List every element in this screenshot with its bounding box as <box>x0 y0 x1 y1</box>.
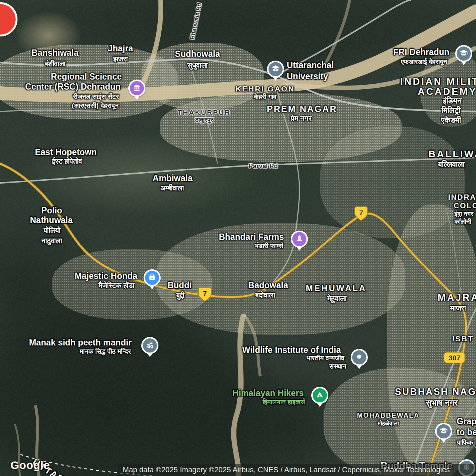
area-label-isbt: ISBT <box>452 334 474 343</box>
area-label-balliwala: BALLIWALA <box>428 148 476 160</box>
poi-label-uttaranchal-line2: University <box>287 71 328 81</box>
poi-label-wildlife-local2: संस्थान <box>329 363 346 370</box>
wildlife-institute-pin[interactable] <box>351 349 368 366</box>
area-label-ima-line4: मिलिट्री <box>442 106 461 115</box>
poi-label-himalayan-hikers-local: हिमालयान हाइकर्स <box>263 398 305 406</box>
generic-red-pin[interactable] <box>0 2 17 36</box>
area-label-ima-line2: ACADEMY <box>418 86 476 97</box>
poi-label-majestic-honda: Majestic Honda <box>75 271 138 281</box>
place-label-ambiwala-local: अम्बीवाला <box>160 184 184 192</box>
area-label-subhash-nagar: SUBHASH NAGAR <box>395 386 476 397</box>
poi-label-uttaranchal-line1: Uttaranchal <box>287 60 334 70</box>
place-label-buddi: Buddi <box>167 280 192 290</box>
area-label-mehuwala: MEHUWALA <box>306 283 366 293</box>
area-label-kehri-gaon: KEHRI GAON <box>235 84 295 93</box>
area-label-prem-nagar: PREM NAGAR <box>267 104 337 114</box>
area-label-majra-local: माजरा <box>450 304 466 312</box>
place-label-badowala: Badowala <box>248 280 288 290</box>
google-logo[interactable]: Google <box>10 459 50 472</box>
poi-label-fri: FRI Dehradun <box>393 47 450 57</box>
place-label-ambiwala: Ambiwala <box>152 173 192 183</box>
rsc-museum-pin[interactable] <box>128 80 145 97</box>
place-label-polio-line4: नाठुवाला <box>41 237 62 245</box>
place-label-jhajra: Jhajra <box>108 44 133 54</box>
shopping-bag-icon <box>148 273 156 283</box>
attribution-text: Map data ©2025 Imagery ©2025 Airbus, CNE… <box>123 466 450 474</box>
route-7-badge: 7 <box>198 287 212 302</box>
place-label-sudhowala: Sudhowala <box>175 49 220 59</box>
route-307-badge: 307 <box>444 352 465 364</box>
route-7-badge: 7 <box>354 206 368 221</box>
place-label-east-hopetown-local: ईस्ट होपेतोवं <box>52 157 82 165</box>
area-label-ima-line3: इंडियन <box>443 96 462 105</box>
area-label-mohabbewala: MOHABBEWALA <box>357 412 419 419</box>
uttaranchal-university-pin[interactable] <box>267 61 284 78</box>
graduation-cap-icon <box>271 64 280 74</box>
road-label-parval-rd: Parval Rd <box>249 163 278 170</box>
bhandari-farms-pin[interactable] <box>291 231 308 248</box>
om-icon: ॐ <box>147 342 153 349</box>
graphic-era-pin[interactable] <box>435 423 452 440</box>
poi-label-graphic-line2: to be <box>457 427 476 437</box>
place-label-polio-line2: Nathuwala <box>30 215 73 225</box>
area-label-indra-nagar-line2: COLONY <box>454 202 476 210</box>
area-label-prem-nagar-local: प्रेम नगर <box>291 114 312 123</box>
fields-patch <box>22 134 260 216</box>
forest-patch <box>0 271 286 476</box>
poi-label-rsc-line2: Center (RSC) Dehradun <box>25 82 121 92</box>
area-label-indra-nagar-line4: कॉलोनी <box>454 218 471 226</box>
museum-icon <box>133 83 141 93</box>
tent-icon <box>316 390 324 400</box>
forest-patch <box>208 361 372 476</box>
place-label-east-hopetown: East Hopetown <box>35 147 97 157</box>
graduation-cap-icon <box>440 427 448 436</box>
graduation-cap-icon <box>460 49 468 58</box>
poi-label-rsc-line4: (आरएससी) देहरादून <box>72 102 119 110</box>
area-label-indra-nagar-line3: इंद्रा नगर <box>454 210 473 218</box>
majestic-honda-pin[interactable] <box>144 269 161 286</box>
place-label-banshiwala-local: बंशीवाला <box>45 60 65 68</box>
poi-label-graphic-line1: Grap <box>457 416 476 427</box>
poi-label-wildlife-local1: भारतीय वन्यजीव <box>306 354 344 362</box>
poi-label-manak-mandir-local: मानक सिद्ध पीठ मन्दिर <box>80 348 131 356</box>
area-label-ima-line5: एकेडमी <box>441 116 461 125</box>
place-label-buddi-local: बुद्दी <box>176 292 184 300</box>
area-label-thakurpur-local: ठाकुरपुर <box>195 116 213 124</box>
area-label-mehuwala-local: मेहुवाला <box>327 294 347 303</box>
area-label-kehri-gaon-local: केहरी गांव <box>254 93 276 101</box>
place-label-badowala-local: बदोवाला <box>255 291 275 299</box>
satellite-map[interactable]: Banshiwala बंशीवाला Jhajra झजरा Sudhowal… <box>0 0 476 476</box>
poi-label-rsc-line1: Regional Science <box>51 72 122 82</box>
poi-label-himalayan-hikers: Himalayan Hikers <box>232 388 304 398</box>
poi-label-bhandari-farms-local: भंडारी फार्म्स <box>255 242 283 250</box>
place-label-sudhowala-local: सुधुवाला <box>187 61 208 70</box>
area-label-indra-nagar-line1: INDRA NAGAR <box>448 193 476 202</box>
manak-mandir-pin[interactable]: ॐ <box>141 337 158 354</box>
urban-area <box>320 126 465 238</box>
forest-patch <box>123 346 324 476</box>
dot-icon <box>355 353 363 362</box>
poi-label-majestic-honda-local: मैजेस्टिक होंडा <box>99 282 134 290</box>
attribution-bar: Map data ©2025 Imagery ©2025 Airbus, CNE… <box>118 464 476 476</box>
area-label-majra: MAJRA <box>438 292 476 303</box>
urban-area <box>160 93 402 162</box>
area-label-balliwala-local: बल्लिवाला <box>438 160 464 169</box>
poi-label-rsc-line3: रीजनल साइंस सेंटर <box>73 93 119 101</box>
monument-icon <box>295 234 303 244</box>
area-label-thakurpur: THAKURPUR <box>178 109 231 117</box>
road-label-bhauwala-rd: Bhauwala Rd <box>189 2 203 40</box>
poi-label-bhandari-farms: Bhandari Farms <box>219 232 284 242</box>
area-label-mohabbewala-local: मोहब्बेवाला <box>377 420 399 427</box>
place-label-banshiwala: Banshiwala <box>32 48 79 58</box>
place-label-jhajra-local: झजरा <box>113 55 128 63</box>
forest-patch <box>112 119 357 231</box>
fri-dehradun-pin[interactable] <box>455 45 472 62</box>
poi-label-wildlife: Wildlife Institute of India <box>242 345 341 355</box>
poi-label-graphic-line3: ग्राफिक <box>457 439 473 447</box>
place-label-polio-line1: Polio <box>41 206 62 216</box>
place-label-polio-line3: पोलियो <box>44 226 60 235</box>
area-label-subhash-nagar-local: सुभाष नगर <box>426 398 458 408</box>
poi-label-fri-local: एफआरआई देहरादून <box>401 58 447 66</box>
himalayan-hikers-pin[interactable] <box>311 387 328 404</box>
poi-label-manak-mandir: Manak sidh peeth mandir <box>29 338 132 348</box>
